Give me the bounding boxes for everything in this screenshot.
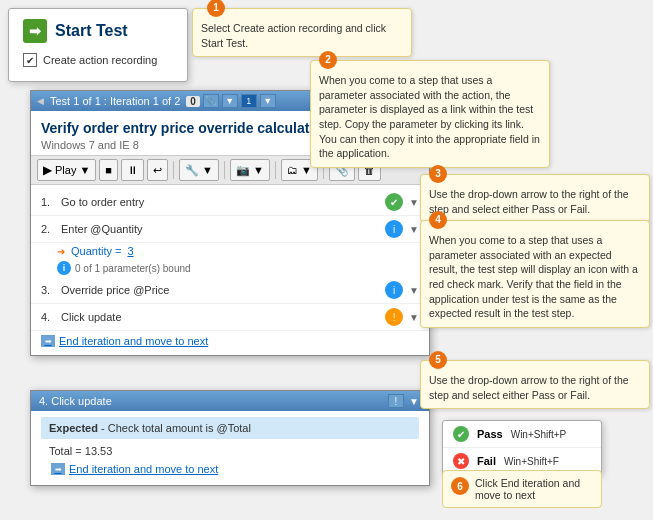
create-recording-label: Create action recording [43,54,157,66]
pass-row[interactable]: ✔ Pass Win+Shift+P [443,421,601,448]
quantity-label: Quantity = [71,245,121,257]
callout-4-text: When you come to a step that uses a para… [429,233,641,321]
callout-6-text: Click End iteration and move to next [475,477,593,501]
titlebar-dropdown-btn-2[interactable]: ▼ [260,94,276,108]
start-test-title: ➡ Start Test [23,19,173,43]
pass-icon: ✔ [453,426,469,442]
step-3-number: 3. [41,284,55,296]
callout-4-number: 4 [429,211,447,229]
screenshot-button[interactable]: 📷 ▼ [230,159,270,181]
step-2-sub: ➔ Quantity = 3 [31,243,429,259]
params-bound-text: 0 of 1 parameter(s) bound [75,263,191,274]
create-recording-row: ✔ Create action recording [23,53,173,67]
undo-button[interactable]: ↩ [147,159,168,181]
create-recording-checkbox[interactable]: ✔ [23,53,37,67]
titlebar-badge-1[interactable]: 1 [241,94,257,108]
step-1-dropdown[interactable]: ▼ [409,197,419,208]
titlebar-icon-btn-1[interactable]: 📎 [203,94,219,108]
end-link-icon: ➡ [41,335,55,347]
pause-button[interactable]: ⏸ [121,159,144,181]
total-value: Total = 13.53 [49,445,112,457]
end-link-icon-2: ➡ [51,463,65,475]
callout-2: 2 When you come to a step that uses a pa… [310,60,550,168]
callout-4: 4 When you come to a step that uses a pa… [420,220,650,328]
callout-6-number: 6 [451,477,469,495]
callout-1: 1 Select Create action recording and cli… [192,8,412,57]
play-button[interactable]: ▶ Play ▼ [37,159,96,181]
expanded-card-title: 4. Click update [39,395,112,407]
toolbar-separator-1 [173,161,174,179]
callout-5-text: Use the drop-down arrow to the right of … [429,373,641,402]
callout-1-number: 1 [207,0,225,17]
total-row: Total = 13.53 [41,443,419,459]
expected-row: Expected - Check total amount is @Total [41,417,419,439]
step-1: 1. Go to order entry ✔ ▼ [31,189,429,216]
expanded-card-body: Expected - Check total amount is @Total … [31,411,429,485]
pass-fail-box: ✔ Pass Win+Shift+P ✖ Fail Win+Shift+F [442,420,602,475]
play-icon: ▶ [43,163,52,177]
callout-2-number: 2 [319,51,337,69]
pass-label: Pass [477,428,503,440]
expanded-card-header: 4. Click update ! ▼ [31,391,429,411]
expanded-card: 4. Click update ! ▼ Expected - Check tot… [30,390,430,486]
configure-button[interactable]: 🔧 ▼ [179,159,219,181]
step-1-number: 1. [41,196,55,208]
fail-icon: ✖ [453,453,469,469]
pass-shortcut: Win+Shift+P [511,429,567,440]
fail-label: Fail [477,455,496,467]
step-3-badge: i [385,281,403,299]
expected-label: Expected [49,422,98,434]
test-titlebar-text: Test 1 of 1 : Iteration 1 of 2 [50,95,180,107]
stop-button[interactable]: ■ [99,159,118,181]
step-2-number: 2. [41,223,55,235]
step-4-badge: ! [385,308,403,326]
expanded-card-dropdown[interactable]: ▼ [407,394,421,408]
end-iteration-link-1[interactable]: ➡ End iteration and move to next [31,331,429,351]
start-test-icon: ➡ [23,19,47,43]
start-test-panel: ➡ Start Test ✔ Create action recording [8,8,188,82]
fail-shortcut: Win+Shift+F [504,456,559,467]
step-2-info: i 0 of 1 parameter(s) bound [31,259,429,277]
end-iteration-text-1: End iteration and move to next [59,335,208,347]
toolbar-separator-3 [275,161,276,179]
play-dropdown-icon: ▼ [79,164,90,176]
expanded-card-badge: ! [388,394,404,408]
callout-6: 6 Click End iteration and move to next [442,470,602,508]
step-2-text: Enter @Quantity [61,223,379,235]
sub-arrow-icon: ➔ [57,246,65,257]
step-3: 3. Override price @Price i ▼ [31,277,429,304]
step-3-text: Override price @Price [61,284,379,296]
step-2-badge: i [385,220,403,238]
quantity-value[interactable]: 3 [127,245,133,257]
step-2-dropdown[interactable]: ▼ [409,224,419,235]
step-4-text: Click update [61,311,379,323]
titlebar-controls: 0 📎 ▼ 1 ▼ [186,94,276,108]
titlebar-badge-0: 0 [186,96,200,107]
step-4-number: 4. [41,311,55,323]
start-test-label: Start Test [55,22,128,40]
callout-3-text: Use the drop-down arrow to the right of … [429,187,641,216]
step-3-dropdown[interactable]: ▼ [409,285,419,296]
callout-1-text: Select Create action recording and click… [201,21,403,50]
callout-2-text: When you come to a step that uses a para… [319,73,541,161]
step-1-text: Go to order entry [61,196,379,208]
step-4-dropdown[interactable]: ▼ [409,312,419,323]
callout-5: 5 Use the drop-down arrow to the right o… [420,360,650,409]
titlebar-dropdown-btn[interactable]: ▼ [222,94,238,108]
info-icon: i [57,261,71,275]
end-iteration-text-2: End iteration and move to next [69,463,218,475]
steps-list: 1. Go to order entry ✔ ▼ 2. Enter @Quant… [31,185,429,355]
callout-3-number: 3 [429,165,447,183]
end-iteration-link-2[interactable]: ➡ End iteration and move to next [41,459,419,479]
step-1-badge: ✔ [385,193,403,211]
play-label: Play [55,164,76,176]
step-2: 2. Enter @Quantity i ▼ [31,216,429,243]
callout-3: 3 Use the drop-down arrow to the right o… [420,174,650,223]
toolbar-separator-2 [224,161,225,179]
expected-text: - Check total amount is @Total [101,422,251,434]
callout-5-number: 5 [429,351,447,369]
step-4: 4. Click update ! ▼ [31,304,429,331]
